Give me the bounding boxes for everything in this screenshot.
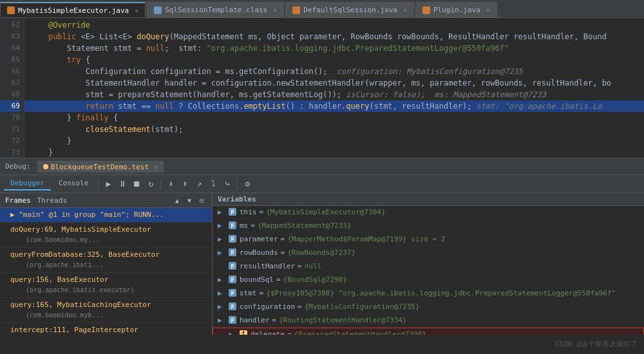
frame-item[interactable]: intercept:111, PageInterceptor (com.gith…: [0, 323, 212, 335]
var-equals: =: [281, 248, 285, 258]
expand-icon[interactable]: ▶: [218, 248, 225, 258]
var-equals: =: [260, 288, 264, 299]
variable-item[interactable]: ▶ p configuration = {MybatisConfiguratio…: [213, 301, 644, 314]
debugger-toolbar: Debugger Console ▶ ⏸ ⏹ ↻ ⬇ ⬆ ↗ ⤵ ⤷ ⚙: [0, 175, 644, 193]
debug-active-dot: [43, 164, 48, 169]
variables-list: ▶ p this = {MybatisSimpleExecutor@7304} …: [213, 206, 644, 335]
debug-label: Debug:: [5, 162, 31, 171]
var-equals: =: [287, 330, 292, 335]
expand-icon[interactable]: ▶: [218, 207, 225, 218]
var-value: {MapperMethod$ParamMap@7199} size = 2: [287, 234, 445, 245]
var-value: {RowBounds@7237}: [287, 248, 355, 258]
run-to-cursor-button[interactable]: ⤵: [207, 178, 220, 191]
tab-close-icon[interactable]: ✕: [486, 6, 490, 14]
var-name: ms: [240, 221, 248, 231]
settings-button[interactable]: ⚙: [241, 178, 254, 191]
variable-item[interactable]: ▶ p this = {MybatisSimpleExecutor@7304}: [213, 206, 644, 219]
tab-label: SqlSessionTemplate.class: [165, 6, 267, 14]
variable-item[interactable]: ▶ p rowBounds = {RowBounds@7237}: [213, 247, 644, 260]
frame-item[interactable]: query:156, BaseExecutor (org.apache.ibat…: [0, 273, 212, 298]
expand-icon[interactable]: ▶: [218, 234, 225, 245]
tab-default-sqlsession[interactable]: DefaultSqlSession.java ✕: [285, 2, 414, 17]
bottom-panels: Frames Threads ▲ ▼ ⊟ ▶ "main" @1 in grou…: [0, 193, 644, 335]
var-value: {MappedStatement@7233}: [258, 221, 352, 231]
stop-button[interactable]: ⏹: [130, 178, 143, 191]
rerun-button[interactable]: ↻: [144, 178, 157, 191]
java-file-icon: [7, 6, 15, 14]
line-numbers: 62636465666768697071727374: [0, 18, 24, 158]
frame-method: doQuery:69, MybatisSimpleExecutor: [10, 225, 151, 234]
var-equals: =: [281, 234, 285, 245]
var-type-icon: p: [228, 248, 237, 257]
var-type-icon: p: [228, 315, 237, 324]
step-out-button[interactable]: ↗: [193, 178, 205, 191]
var-value: {PreparedStatementHandler@7390}: [294, 330, 426, 335]
frames-up-button[interactable]: ▲: [172, 195, 182, 205]
var-name: handler: [240, 315, 269, 326]
debug-session-close-icon[interactable]: ✕: [154, 163, 158, 171]
var-equals: =: [298, 302, 302, 312]
frame-item[interactable]: doQuery:69, MybatisSimpleExecutor (com.b…: [0, 223, 212, 248]
pause-button[interactable]: ⏸: [116, 178, 129, 191]
variables-header: Variables: [213, 193, 644, 206]
frame-method: query:165, MybatisCachingExecutor: [10, 301, 151, 309]
variable-item[interactable]: ▶ p stmt = {$Proxy105@7388} "org.apache.…: [213, 287, 644, 301]
expand-icon[interactable]: ▶: [218, 221, 225, 231]
tab-label: MybatisSimpleExecutor.java: [18, 6, 129, 15]
expand-icon[interactable]: ▶: [218, 315, 225, 326]
var-name: boundSql: [240, 275, 274, 285]
code-content[interactable]: @Override public <E> List<E> doQuery(Map…: [24, 18, 644, 158]
var-type-icon: p: [228, 234, 237, 243]
java-file-icon: [422, 6, 430, 14]
frames-down-button[interactable]: ▼: [184, 195, 194, 205]
var-type-icon: f: [239, 330, 248, 335]
tab-mybatis-simple-executor[interactable]: MybatisSimpleExecutor.java ✕: [0, 2, 146, 17]
tab-debugger[interactable]: Debugger: [4, 177, 51, 191]
variable-item[interactable]: ▶ p handler = {RoutingStatementHandler@7…: [213, 314, 644, 328]
var-value: {RoutingStatementHandler@7334}: [279, 315, 407, 326]
tab-sqlsession-template[interactable]: SqlSessionTemplate.class ✕: [147, 2, 284, 17]
resume-button[interactable]: ▶: [102, 178, 115, 191]
variable-item[interactable]: ▶ f delegate = {PreparedStatementHandler…: [213, 328, 644, 335]
step-over-button[interactable]: ⬇: [164, 178, 177, 191]
var-equals: =: [272, 315, 276, 326]
var-value: {MybatisSimpleExecutor@7304}: [266, 207, 385, 218]
expand-icon[interactable]: ▶: [218, 288, 225, 299]
variable-item[interactable]: ▶ p parameter = {MapperMethod$ParamMap@7…: [213, 233, 644, 247]
var-name: stmt: [240, 288, 257, 299]
var-equals: =: [260, 207, 264, 218]
frames-list: ▶ "main" @1 in group "main": RUNN...doQu…: [0, 208, 212, 335]
expand-icon[interactable]: ▶: [229, 330, 236, 335]
threads-tab[interactable]: Threads: [37, 196, 67, 205]
tab-plugin[interactable]: Plugin.java ✕: [415, 2, 497, 17]
variable-item[interactable]: ▶ p boundSql = {BoundSql@7298}: [213, 274, 644, 287]
divider: [237, 179, 238, 189]
variable-item[interactable]: p resultHandler = null: [213, 260, 644, 274]
frame-item[interactable]: queryFromDatabase:325, BaseExecutor (org…: [0, 248, 212, 273]
frame-arrow: ▶: [10, 210, 19, 219]
frames-tab[interactable]: Frames: [5, 196, 31, 205]
expand-icon[interactable]: ▶: [218, 302, 225, 312]
code-editor: 62636465666768697071727374 @Override pub…: [0, 18, 644, 158]
class-file-icon: [154, 6, 162, 14]
evaluate-button[interactable]: ⤷: [221, 178, 234, 191]
var-value: {BoundSql@7298}: [283, 275, 347, 285]
tab-close-icon[interactable]: ✕: [273, 6, 277, 14]
frames-filter-button[interactable]: ⊟: [196, 195, 207, 205]
frame-item[interactable]: query:165, MybatisCachingExecutor (com.b…: [0, 298, 212, 323]
frame-method: query:156, BaseExecutor: [10, 275, 108, 284]
debug-session-tab[interactable]: BlockqueueTestDemo.test ✕: [37, 161, 164, 172]
tab-console[interactable]: Console: [52, 177, 95, 191]
frame-method: "main" @1 in group "main": RUNN...: [19, 210, 164, 219]
frame-item[interactable]: ▶ "main" @1 in group "main": RUNN...: [0, 208, 212, 223]
var-type-icon: p: [228, 207, 237, 216]
variable-item[interactable]: ▶ p ms = {MappedStatement@7233}: [213, 219, 644, 233]
step-into-button[interactable]: ⬆: [178, 178, 191, 191]
tab-close-icon[interactable]: ✕: [403, 6, 407, 14]
watermark: CSDN @这个世界太疯狂了: [555, 339, 638, 349]
var-type-icon: p: [228, 288, 237, 297]
var-equals: =: [251, 221, 255, 231]
expand-icon[interactable]: ▶: [218, 275, 225, 285]
tab-close-icon[interactable]: ✕: [135, 7, 138, 14]
var-type-icon: p: [228, 302, 237, 311]
